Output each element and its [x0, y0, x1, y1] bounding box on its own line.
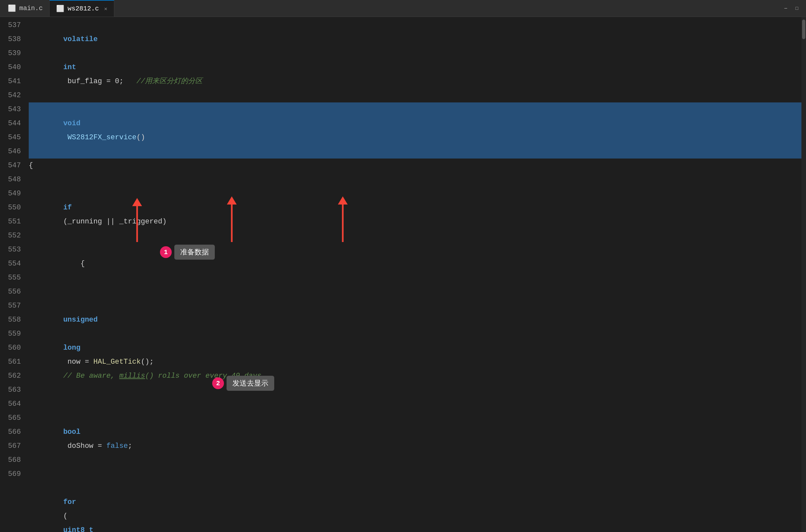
- ln-552: 552: [0, 229, 21, 243]
- ln-560: 560: [0, 341, 21, 355]
- ln-547: 547: [0, 158, 21, 173]
- ln-539: 539: [0, 46, 21, 60]
- tab-icon-main: ⬜: [8, 4, 16, 13]
- ln-556: 556: [0, 285, 21, 299]
- ln-549: 549: [0, 187, 21, 201]
- code-line-544: for ( uint8_t i = 0; i < _active_segment…: [29, 467, 806, 532]
- ln-558: 558: [0, 313, 21, 327]
- code-line-541: {: [29, 243, 806, 285]
- code-content[interactable]: volatile int buf_flag = 0; //用来区分灯的分区 vo…: [26, 17, 806, 532]
- ln-565: 565: [0, 411, 21, 425]
- ln-545: 545: [0, 131, 21, 145]
- code-line-542: unsigned long now = HAL_GetTick(); // Be…: [29, 285, 806, 397]
- ln-562: 562: [0, 369, 21, 383]
- code-line-540: if (_running || _triggered): [29, 173, 806, 243]
- scrollbar-thumb[interactable]: [802, 20, 805, 39]
- tab-icon-ws2812: ⬜: [56, 4, 64, 13]
- ln-538: 538: [0, 32, 21, 46]
- tab-ws2812-c[interactable]: ⬜ ws2812.c ✕: [50, 0, 114, 17]
- kw-if-540: if: [63, 204, 72, 212]
- fn-ws2812fx: WS2812FX_service: [68, 133, 136, 141]
- tab-label-ws2812: ws2812.c: [68, 5, 99, 13]
- indent-542: [63, 302, 98, 310]
- sp538: [63, 133, 68, 141]
- ln-543: 543: [0, 102, 21, 116]
- editor-container: ⬜ main.c ⬜ ws2812.c ✕ ─ □ 537 538 539 54…: [0, 0, 806, 532]
- kw-for: for: [63, 498, 76, 506]
- ln-550: 550: [0, 201, 21, 215]
- maximize-button[interactable]: □: [792, 4, 802, 13]
- ln-563: 563: [0, 383, 21, 397]
- indent-544: [63, 484, 98, 492]
- line-numbers: 537 538 539 540 541 542 543 544 545 546 …: [0, 17, 26, 532]
- ln-540: 540: [0, 60, 21, 74]
- ln-561: 561: [0, 355, 21, 369]
- kw-unsigned: unsigned: [63, 316, 98, 324]
- code-area: 537 538 539 540 541 542 543 544 545 546 …: [0, 17, 806, 532]
- kw-int-537: int: [63, 63, 76, 72]
- ln-554: 554: [0, 257, 21, 271]
- ln-564: 564: [0, 397, 21, 411]
- tab-label-main: main.c: [19, 4, 43, 12]
- ln-537: 537: [0, 18, 21, 32]
- indent-541: {: [63, 260, 85, 268]
- indent-540: [63, 190, 80, 198]
- code-line-543: bool doShow = false;: [29, 397, 806, 467]
- comment-542: // Be aware, millis() rolls over every 4…: [63, 372, 261, 380]
- scrollbar-track[interactable]: [802, 17, 806, 532]
- tab-main-c[interactable]: ⬜ main.c: [1, 0, 50, 17]
- ln-553: 553: [0, 243, 21, 257]
- ln-567: 567: [0, 439, 21, 453]
- kw-uint8: uint8_t: [63, 526, 93, 532]
- ln-559: 559: [0, 327, 21, 341]
- code-537-rest: buf_flag = 0; //用来区分灯的分区: [63, 77, 203, 86]
- ln-551: 551: [0, 215, 21, 229]
- ln-546: 546: [0, 145, 21, 158]
- tab-bar: ⬜ main.c ⬜ ws2812.c ✕ ─ □: [0, 0, 806, 17]
- ln-548: 548: [0, 173, 21, 187]
- sp: [63, 49, 68, 57]
- ln-542: 542: [0, 89, 21, 102]
- indent-543: [63, 414, 98, 422]
- kw-bool: bool: [63, 428, 80, 436]
- kw-long: long: [63, 344, 80, 352]
- tab-close-ws2812[interactable]: ✕: [104, 5, 107, 12]
- code-542-rest: now = HAL_GetTick();: [63, 358, 158, 366]
- ln-568: 568: [0, 453, 21, 467]
- ln-569: 569: [0, 467, 21, 481]
- kw-volatile: volatile: [63, 35, 98, 43]
- sp542: [63, 330, 68, 338]
- ln-555: 555: [0, 271, 21, 285]
- minimize-button[interactable]: ─: [781, 4, 791, 13]
- ln-541: 541: [0, 74, 21, 89]
- code-543-rest: doShow = false;: [63, 442, 132, 450]
- code-544-rest: (: [63, 512, 68, 520]
- code-line-538: void WS2812FX_service(): [29, 102, 806, 158]
- kw-void-538: void: [63, 119, 80, 128]
- window-controls: ─ □: [781, 4, 805, 13]
- code-line-537: volatile int buf_flag = 0; //用来区分灯的分区: [29, 18, 806, 102]
- code-540-rest: (_running || _triggered): [63, 217, 167, 226]
- ln-544: 544: [0, 116, 21, 131]
- ln-566: 566: [0, 425, 21, 439]
- code-line-539: {: [29, 158, 806, 173]
- ln-557: 557: [0, 299, 21, 313]
- code-538-paren: (): [136, 133, 145, 141]
